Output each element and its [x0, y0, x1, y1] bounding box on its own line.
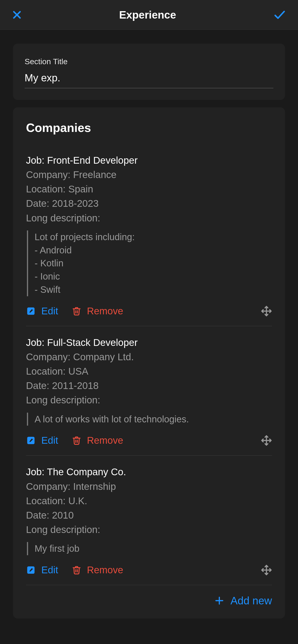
job-company: Company: Internship — [26, 480, 272, 494]
remove-label: Remove — [87, 564, 123, 576]
plus-icon — [214, 596, 224, 606]
job-title: Job: Full-Stack Developer — [26, 336, 272, 350]
edit-icon — [26, 436, 36, 445]
job-company: Company: Freelance — [26, 168, 272, 182]
edit-label: Edit — [41, 564, 58, 576]
job-date: Date: 2011-2018 — [26, 378, 272, 393]
job-longdesc-label: Long description: — [26, 522, 272, 537]
section-title-label: Section Title — [25, 57, 273, 66]
add-new-row: Add new — [26, 585, 272, 607]
job-entry: Job: The Company Co.Company: InternshipL… — [26, 455, 272, 585]
header-bar: Experience — [0, 0, 298, 30]
edit-label: Edit — [41, 435, 58, 446]
add-new-label: Add new — [230, 594, 272, 607]
job-description: A lot of works with lot of technologies. — [35, 413, 272, 426]
job-title: Job: Front-End Developer — [26, 153, 272, 168]
close-button[interactable] — [12, 10, 22, 20]
job-title: Job: The Company Co. — [26, 465, 272, 479]
job-location: Location: Spain — [26, 182, 272, 196]
edit-button[interactable]: Edit — [26, 306, 58, 317]
job-date: Date: 2010 — [26, 508, 272, 522]
move-icon — [261, 564, 272, 576]
job-entry: Job: Front-End DeveloperCompany: Freelan… — [26, 153, 272, 326]
job-actions-row: Edit Remove — [26, 306, 272, 317]
job-description-block: My first job — [27, 542, 272, 555]
job-location: Location: U.K. — [26, 494, 272, 508]
move-icon — [261, 435, 272, 446]
remove-label: Remove — [87, 306, 123, 317]
job-description: Lot of projects including: - Android - K… — [35, 230, 272, 296]
job-description-block: Lot of projects including: - Android - K… — [27, 230, 272, 296]
drag-handle[interactable] — [261, 564, 272, 576]
job-company: Company: Company Ltd. — [26, 350, 272, 364]
close-icon — [12, 10, 22, 20]
job-location: Location: USA — [26, 364, 272, 378]
job-date: Date: 2018-2023 — [26, 196, 272, 211]
job-actions-row: Edit Remove — [26, 435, 272, 446]
job-description-block: A lot of works with lot of technologies. — [27, 413, 272, 426]
drag-handle[interactable] — [261, 306, 272, 317]
trash-icon — [72, 566, 81, 575]
edit-button[interactable]: Edit — [26, 435, 58, 446]
trash-icon — [72, 306, 81, 316]
edit-icon — [26, 565, 36, 575]
remove-button[interactable]: Remove — [72, 435, 123, 446]
section-title-input[interactable] — [25, 70, 273, 88]
job-description: My first job — [35, 542, 272, 555]
drag-handle[interactable] — [261, 435, 272, 446]
companies-card: Companies Job: Front-End DeveloperCompan… — [13, 107, 285, 618]
confirm-button[interactable] — [273, 8, 286, 22]
move-icon — [261, 306, 272, 317]
edit-button[interactable]: Edit — [26, 564, 58, 576]
edit-label: Edit — [41, 306, 58, 317]
job-entry: Job: Full-Stack DeveloperCompany: Compan… — [26, 326, 272, 456]
content-area: Section Title Companies Job: Front-End D… — [0, 30, 298, 618]
edit-icon — [26, 306, 36, 316]
add-new-button[interactable]: Add new — [214, 594, 272, 607]
section-title-card: Section Title — [13, 44, 285, 100]
trash-icon — [72, 436, 81, 445]
job-longdesc-label: Long description: — [26, 393, 272, 407]
remove-button[interactable]: Remove — [72, 306, 123, 317]
companies-heading: Companies — [26, 121, 272, 135]
remove-button[interactable]: Remove — [72, 564, 123, 576]
job-actions-row: Edit Remove — [26, 564, 272, 576]
check-icon — [273, 8, 286, 22]
page-title: Experience — [119, 8, 176, 21]
remove-label: Remove — [87, 435, 123, 446]
job-longdesc-label: Long description: — [26, 211, 272, 225]
